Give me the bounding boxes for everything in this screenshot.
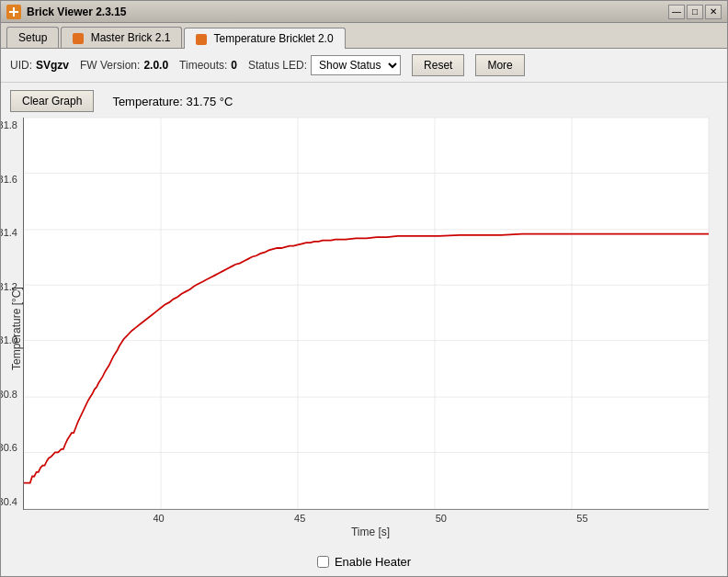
tab-master[interactable]: Master Brick 2.1 <box>61 27 182 48</box>
tab-setup-label: Setup <box>18 31 47 44</box>
window-title: Brick Viewer 2.3.15 <box>27 6 127 18</box>
y-tick-5: 30.8 <box>1 389 17 400</box>
fw-item: FW Version: 2.0.0 <box>80 59 168 72</box>
tab-master-label: Master Brick 2.1 <box>91 31 171 44</box>
title-bar: Brick Viewer 2.3.15 — □ ✕ <box>1 1 727 23</box>
fw-label: FW Version: <box>80 59 140 72</box>
svg-rect-2 <box>13 7 15 17</box>
maximize-button[interactable]: □ <box>687 5 703 19</box>
master-tab-icon <box>73 33 84 44</box>
y-tick-1: 31.6 <box>1 174 17 185</box>
y-tick-7: 30.4 <box>1 496 17 507</box>
close-button[interactable]: ✕ <box>705 5 722 19</box>
minimize-button[interactable]: — <box>668 5 685 19</box>
temp-tab-icon <box>196 34 207 45</box>
y-tick-4: 31.0 <box>1 334 17 345</box>
temperature-display: Temperature: 31.75 °C <box>112 95 233 108</box>
timeouts-label: Timeouts: <box>179 59 227 72</box>
uid-label: UID: <box>10 59 32 72</box>
temperature-label: Temperature: <box>112 95 183 108</box>
graph-inner: 31.8 31.6 31.4 31.2 31.0 30.8 30.6 30.4 <box>23 118 718 540</box>
enable-heater-checkbox[interactable] <box>317 556 329 568</box>
tab-temperature-label: Temperature Bricklet 2.0 <box>214 32 334 45</box>
app-icon <box>6 5 21 19</box>
title-bar-left: Brick Viewer 2.3.15 <box>6 5 127 19</box>
x-tick-50: 50 <box>436 513 447 524</box>
window-controls: — □ ✕ <box>668 5 722 19</box>
y-ticks: 31.8 31.6 31.4 31.2 31.0 30.8 30.6 30.4 <box>1 118 17 509</box>
temperature-line <box>24 234 709 483</box>
uid-value: SVgzv <box>36 59 69 72</box>
y-tick-2: 31.4 <box>1 227 17 238</box>
status-led-item: Status LED: Show Status Off On Heartbeat <box>248 55 401 75</box>
status-led-select[interactable]: Show Status Off On Heartbeat <box>311 55 401 75</box>
info-bar: UID: SVgzv FW Version: 2.0.0 Timeouts: 0… <box>1 49 727 83</box>
timeouts-item: Timeouts: 0 <box>179 59 237 72</box>
enable-heater-label[interactable]: Enable Heater <box>317 555 411 569</box>
reset-button[interactable]: Reset <box>412 54 464 76</box>
timeouts-value: 0 <box>231 59 237 72</box>
x-tick-45: 45 <box>294 513 305 524</box>
temperature-chart <box>24 118 709 509</box>
x-tick-55: 55 <box>576 513 587 524</box>
clear-graph-button[interactable]: Clear Graph <box>10 90 94 112</box>
chart-area: 31.8 31.6 31.4 31.2 31.0 30.8 30.6 30.4 <box>23 118 709 510</box>
tab-bar: Setup Master Brick 2.1 Temperature Brick… <box>1 23 727 49</box>
y-tick-3: 31.2 <box>1 281 17 292</box>
content-area: Clear Graph Temperature: 31.75 °C Temper… <box>1 83 727 548</box>
footer: Enable Heater <box>1 548 727 576</box>
y-tick-6: 30.6 <box>1 442 17 453</box>
x-axis-label: Time [s] <box>23 524 718 540</box>
tab-temperature[interactable]: Temperature Bricklet 2.0 <box>184 28 345 49</box>
graph-container: Temperature [°C] 31.8 31.6 31.4 31.2 31.… <box>10 118 718 540</box>
fw-value: 2.0.0 <box>143 59 168 72</box>
y-tick-0: 31.8 <box>1 119 17 130</box>
main-window: Brick Viewer 2.3.15 — □ ✕ Setup Master B… <box>0 0 728 577</box>
uid-item: UID: SVgzv <box>10 59 69 72</box>
tab-setup[interactable]: Setup <box>6 27 59 48</box>
status-led-label: Status LED: <box>248 59 307 72</box>
enable-heater-text: Enable Heater <box>335 555 411 569</box>
more-button[interactable]: More <box>475 54 524 76</box>
temperature-value: 31.75 °C <box>187 95 233 108</box>
x-tick-40: 40 <box>153 513 164 524</box>
graph-header: Clear Graph Temperature: 31.75 °C <box>10 90 718 112</box>
x-ticks: 40 45 50 55 <box>23 510 718 524</box>
